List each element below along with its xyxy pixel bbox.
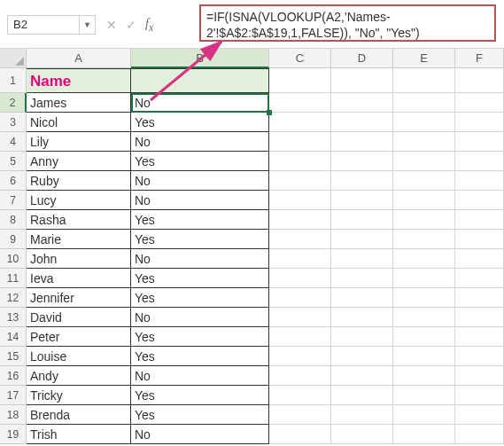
cell[interactable]	[331, 405, 393, 425]
cells-area[interactable]: Name JamesNo NicolYes LilyNo AnnyYes Rub…	[27, 68, 504, 444]
cell[interactable]	[393, 132, 455, 152]
cell[interactable]: Yes	[131, 152, 269, 171]
row-header-5[interactable]: 5	[0, 152, 27, 171]
col-header-f[interactable]: F	[455, 49, 504, 68]
cell[interactable]	[393, 347, 455, 366]
cell[interactable]	[393, 386, 455, 405]
row-header-13[interactable]: 13	[0, 308, 27, 327]
cell[interactable]	[393, 327, 455, 347]
select-all-corner[interactable]	[0, 49, 27, 68]
cell[interactable]	[393, 68, 455, 93]
cell[interactable]	[455, 269, 504, 288]
cell[interactable]: Jennifer	[27, 288, 131, 308]
row-header-6[interactable]: 6	[0, 171, 27, 191]
cell[interactable]	[393, 288, 455, 308]
cell[interactable]	[269, 210, 331, 230]
cell[interactable]: Lily	[27, 132, 131, 152]
col-header-b[interactable]: B	[131, 49, 269, 68]
cell[interactable]: Nicol	[27, 113, 131, 132]
cell[interactable]	[455, 425, 504, 444]
cell[interactable]	[331, 132, 393, 152]
col-header-c[interactable]: C	[269, 49, 331, 68]
col-header-e[interactable]: E	[393, 49, 455, 68]
cell[interactable]	[269, 93, 331, 113]
col-header-a[interactable]: A	[27, 49, 131, 68]
row-header-4[interactable]: 4	[0, 132, 27, 152]
cell[interactable]: Trish	[27, 425, 131, 444]
row-header-1[interactable]: 1	[0, 68, 27, 93]
cell[interactable]	[331, 249, 393, 269]
cell[interactable]	[393, 152, 455, 171]
cell[interactable]	[331, 113, 393, 132]
cell[interactable]: Yes	[131, 113, 269, 132]
cell[interactable]: Ruby	[27, 171, 131, 191]
cell[interactable]	[269, 171, 331, 191]
cell[interactable]	[269, 405, 331, 425]
cell[interactable]	[455, 93, 504, 113]
cell[interactable]	[393, 210, 455, 230]
cell[interactable]	[455, 152, 504, 171]
cell[interactable]	[331, 230, 393, 249]
cell[interactable]: Anny	[27, 152, 131, 171]
cell[interactable]: Peter	[27, 327, 131, 347]
cell[interactable]	[269, 68, 331, 93]
row-header-15[interactable]: 15	[0, 347, 27, 366]
name-box-dropdown[interactable]: ▼	[79, 16, 95, 34]
header-b-cell[interactable]	[131, 68, 269, 93]
cell[interactable]	[331, 171, 393, 191]
cell[interactable]: No	[131, 171, 269, 191]
cell[interactable]: Marie	[27, 230, 131, 249]
cell[interactable]: Yes	[131, 210, 269, 230]
cell[interactable]	[393, 308, 455, 327]
cell[interactable]: James	[27, 93, 131, 113]
cell[interactable]	[269, 386, 331, 405]
cancel-icon[interactable]: ✕	[106, 18, 117, 32]
cell[interactable]	[331, 327, 393, 347]
row-header-17[interactable]: 17	[0, 386, 27, 405]
cell[interactable]	[331, 347, 393, 366]
cell[interactable]	[269, 249, 331, 269]
cell[interactable]	[393, 366, 455, 386]
cell[interactable]	[393, 405, 455, 425]
cell[interactable]	[269, 366, 331, 386]
row-header-7[interactable]: 7	[0, 191, 27, 210]
cell[interactable]: No	[131, 191, 269, 210]
cell[interactable]	[393, 230, 455, 249]
cell[interactable]: No	[131, 132, 269, 152]
cell[interactable]	[331, 210, 393, 230]
cell[interactable]	[269, 230, 331, 249]
cell[interactable]: No	[131, 425, 269, 444]
cell[interactable]	[455, 230, 504, 249]
cell[interactable]: Yes	[131, 230, 269, 249]
formula-input[interactable]: =IF(ISNA(VLOOKUP(A2,'Names-2'!$A$2:$A$19…	[199, 4, 496, 42]
row-header-2[interactable]: 2	[0, 93, 27, 113]
cell[interactable]	[455, 347, 504, 366]
cell[interactable]	[393, 249, 455, 269]
cell[interactable]	[455, 191, 504, 210]
cell[interactable]	[455, 366, 504, 386]
cell[interactable]: No	[131, 308, 269, 327]
cell-active[interactable]: No	[131, 93, 269, 113]
cell[interactable]: Tricky	[27, 386, 131, 405]
header-name-cell[interactable]: Name	[27, 68, 131, 93]
cell[interactable]	[331, 93, 393, 113]
row-header-9[interactable]: 9	[0, 230, 27, 249]
row-header-8[interactable]: 8	[0, 210, 27, 230]
cell[interactable]	[393, 113, 455, 132]
cell[interactable]	[455, 327, 504, 347]
cell[interactable]	[393, 93, 455, 113]
cell[interactable]: David	[27, 308, 131, 327]
cell[interactable]	[269, 152, 331, 171]
row-header-19[interactable]: 19	[0, 425, 27, 444]
cell[interactable]: Ieva	[27, 269, 131, 288]
cell[interactable]	[269, 308, 331, 327]
enter-icon[interactable]: ✓	[126, 18, 136, 32]
row-header-18[interactable]: 18	[0, 405, 27, 425]
cell[interactable]	[455, 288, 504, 308]
cell[interactable]: No	[131, 366, 269, 386]
cell[interactable]	[269, 425, 331, 444]
cell[interactable]	[331, 386, 393, 405]
cell[interactable]: Lucy	[27, 191, 131, 210]
cell[interactable]	[455, 249, 504, 269]
cell[interactable]: Louise	[27, 347, 131, 366]
